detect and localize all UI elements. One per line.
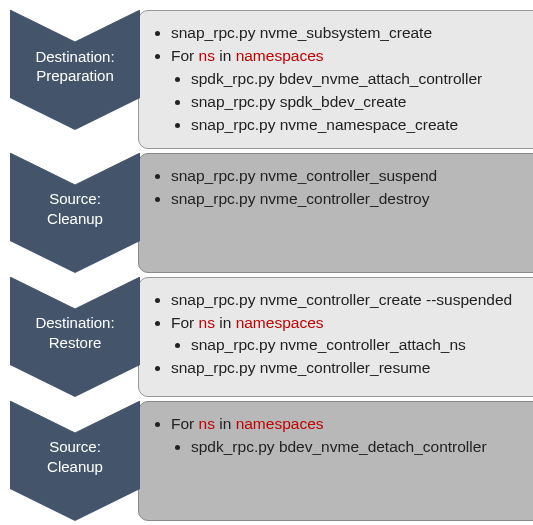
chevron-down-icon: Destination:Restore: [10, 277, 140, 397]
chevron-down-icon: Source:Cleanup: [10, 153, 140, 273]
list-item: For ns in namespacesspdk_rpc.py bdev_nvm…: [171, 414, 528, 458]
process-step: Destination:Restoresnap_rpc.py nvme_cont…: [10, 277, 533, 397]
step-detail-box: snap_rpc.py nvme_controller_create --sus…: [138, 277, 533, 397]
list-item: snap_rpc.py nvme_namespace_create: [191, 115, 528, 136]
list-item: snap_rpc.py nvme_controller_destroy: [171, 189, 528, 210]
step-detail-box: For ns in namespacesspdk_rpc.py bdev_nvm…: [138, 401, 533, 521]
list-item: snap_rpc.py nvme_subsystem_create: [171, 23, 528, 44]
list-item: spdk_rpc.py bdev_nvme_detach_controller: [191, 437, 528, 458]
step-label: Destination:Restore: [10, 269, 140, 397]
list-item: For ns in namespacessnap_rpc.py nvme_con…: [171, 313, 528, 357]
list-item: snap_rpc.py nvme_controller_suspend: [171, 166, 528, 187]
step-detail-box: snap_rpc.py nvme_controller_suspendsnap_…: [138, 153, 533, 273]
list-item: spdk_rpc.py bdev_nvme_attach_controller: [191, 69, 528, 90]
list-item: snap_rpc.py nvme_controller_resume: [171, 358, 528, 379]
process-step: Destination:Preparationsnap_rpc.py nvme_…: [10, 10, 533, 149]
process-step: Source:CleanupFor ns in namespacesspdk_r…: [10, 401, 533, 521]
step-detail-box: snap_rpc.py nvme_subsystem_createFor ns …: [138, 10, 533, 149]
step-label: Destination:Preparation: [10, 2, 140, 130]
list-item: snap_rpc.py nvme_controller_attach_ns: [191, 335, 528, 356]
list-item: For ns in namespacesspdk_rpc.py bdev_nvm…: [171, 46, 528, 136]
list-item: snap_rpc.py spdk_bdev_create: [191, 92, 528, 113]
step-label: Source:Cleanup: [10, 145, 140, 273]
list-item: snap_rpc.py nvme_controller_create --sus…: [171, 290, 528, 311]
chevron-down-icon: Source:Cleanup: [10, 401, 140, 521]
process-step: Source:Cleanupsnap_rpc.py nvme_controlle…: [10, 153, 533, 273]
step-label: Source:Cleanup: [10, 393, 140, 521]
chevron-down-icon: Destination:Preparation: [10, 10, 140, 130]
